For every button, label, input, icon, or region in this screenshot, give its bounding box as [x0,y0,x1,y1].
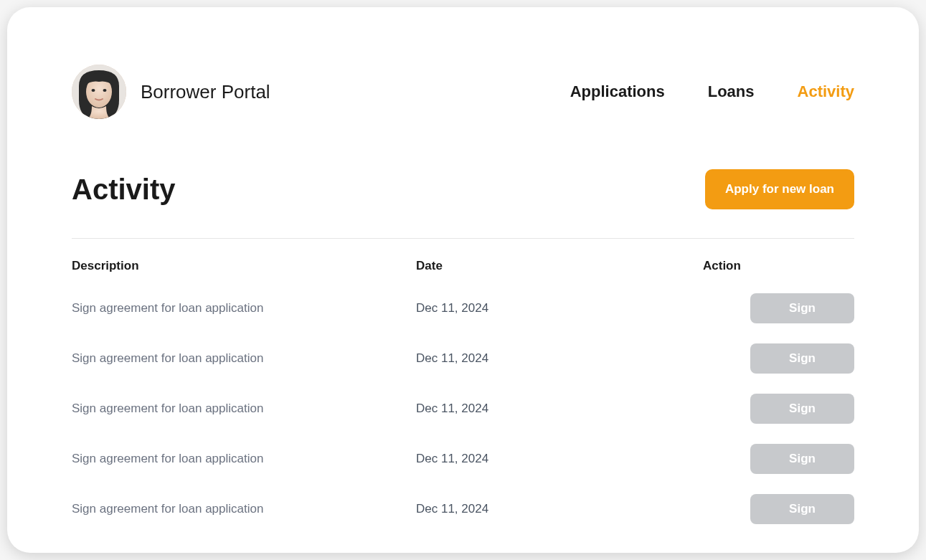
page-title: Activity [72,174,176,206]
column-header-action: Action [703,259,854,273]
sign-button[interactable]: Sign [750,343,854,374]
nav-loans[interactable]: Loans [708,82,755,101]
sign-button[interactable]: Sign [750,293,854,323]
row-date: Dec 11, 2024 [416,301,703,315]
header: Borrower Portal Applications Loans Activ… [72,65,854,119]
row-action: Sign [703,293,854,323]
row-action: Sign [703,494,854,524]
sign-button[interactable]: Sign [750,494,854,524]
row-description: Sign agreement for loan application [72,502,416,516]
portal-title: Borrower Portal [141,81,270,103]
nav-applications[interactable]: Applications [570,82,665,101]
page-header: Activity Apply for new loan [72,169,854,209]
divider [72,238,854,239]
table-row: Sign agreement for loan application Dec … [72,394,854,424]
row-description: Sign agreement for loan application [72,351,416,366]
table-header: Description Date Action [72,259,854,273]
avatar-icon [72,65,126,119]
sign-button[interactable]: Sign [750,444,854,474]
table-row: Sign agreement for loan application Dec … [72,494,854,524]
nav-activity[interactable]: Activity [798,82,854,101]
main-nav: Applications Loans Activity [570,82,854,101]
avatar[interactable] [72,65,126,119]
table-row: Sign agreement for loan application Dec … [72,444,854,474]
svg-point-3 [103,89,107,92]
header-left: Borrower Portal [72,65,270,119]
sign-button[interactable]: Sign [750,394,854,424]
row-description: Sign agreement for loan application [72,402,416,416]
row-description: Sign agreement for loan application [72,452,416,466]
row-date: Dec 11, 2024 [416,402,703,416]
svg-point-2 [92,89,95,92]
row-action: Sign [703,444,854,474]
apply-for-new-loan-button[interactable]: Apply for new loan [705,169,854,209]
table-row: Sign agreement for loan application Dec … [72,343,854,374]
column-header-description: Description [72,259,416,273]
column-header-date: Date [416,259,703,273]
row-date: Dec 11, 2024 [416,452,703,466]
activity-table: Description Date Action Sign agreement f… [72,259,854,524]
row-action: Sign [703,343,854,374]
row-description: Sign agreement for loan application [72,301,416,315]
row-date: Dec 11, 2024 [416,502,703,516]
portal-card: Borrower Portal Applications Loans Activ… [7,7,919,553]
row-date: Dec 11, 2024 [416,351,703,366]
row-action: Sign [703,394,854,424]
table-row: Sign agreement for loan application Dec … [72,293,854,323]
